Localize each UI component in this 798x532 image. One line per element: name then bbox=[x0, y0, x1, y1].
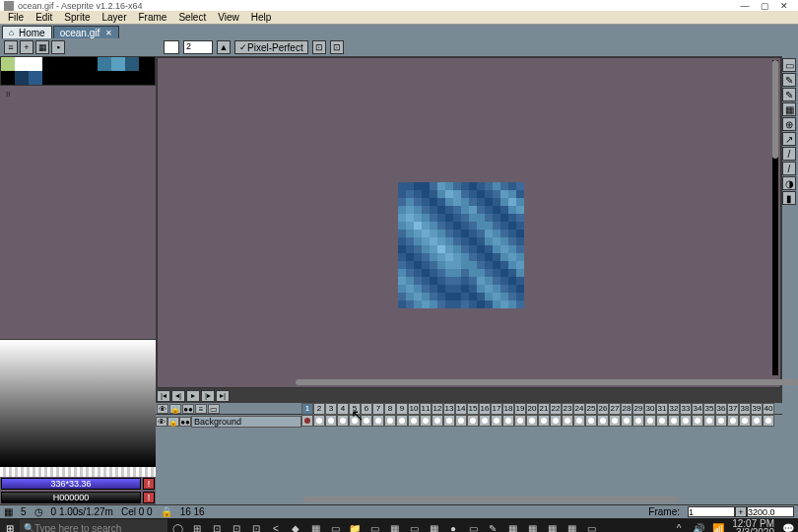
frame-number[interactable]: 5 bbox=[349, 403, 361, 415]
gradient-picker[interactable] bbox=[0, 339, 156, 467]
timeline-cel[interactable] bbox=[538, 415, 550, 427]
timeline-cel[interactable] bbox=[479, 415, 491, 427]
timeline-cel[interactable] bbox=[313, 415, 325, 427]
frame-number[interactable]: 16 bbox=[479, 403, 491, 415]
palette-swatch[interactable] bbox=[139, 71, 153, 85]
onion-skin-icon[interactable]: ▭ bbox=[208, 404, 220, 414]
frame-number[interactable]: 10 bbox=[408, 403, 420, 415]
palette-swatch[interactable] bbox=[84, 57, 98, 71]
timeline-cel[interactable] bbox=[621, 415, 632, 427]
timeline-cel[interactable] bbox=[396, 415, 408, 427]
frame-number[interactable]: 12 bbox=[432, 403, 443, 415]
frame-number[interactable]: 3 bbox=[325, 403, 337, 415]
frame-number[interactable]: 4 bbox=[337, 403, 349, 415]
menu-help[interactable]: Help bbox=[245, 12, 278, 23]
minimize-button[interactable]: — bbox=[735, 1, 755, 11]
palette-swatch[interactable] bbox=[15, 57, 29, 71]
vertical-scrollbar[interactable] bbox=[772, 60, 778, 375]
frame-number[interactable]: 7 bbox=[372, 403, 384, 415]
timeline-cel[interactable] bbox=[632, 415, 644, 427]
taskbar-app-0[interactable]: ◯ bbox=[167, 518, 187, 532]
timeline-cel[interactable] bbox=[739, 415, 751, 427]
frame-number[interactable]: 36 bbox=[715, 403, 727, 415]
timeline-cel[interactable] bbox=[443, 415, 455, 427]
maximize-button[interactable]: ▢ bbox=[755, 1, 774, 11]
palette-swatch[interactable] bbox=[15, 71, 29, 85]
frame-number[interactable]: 29 bbox=[632, 403, 644, 415]
palette-swatch[interactable] bbox=[125, 57, 139, 71]
taskbar-app-4[interactable]: ⊡ bbox=[246, 518, 266, 532]
timeline-cel[interactable] bbox=[301, 415, 313, 427]
symmetry-h-button[interactable]: ⊡ bbox=[312, 40, 326, 54]
pixel-perfect-toggle[interactable]: ✓ Pixel-Perfect bbox=[234, 40, 308, 54]
taskbar-app-5[interactable]: < bbox=[266, 518, 286, 532]
taskbar-app-16[interactable]: ✎ bbox=[483, 518, 502, 532]
palette-swatch[interactable] bbox=[111, 57, 125, 71]
timeline-cel[interactable] bbox=[597, 415, 609, 427]
frame-number[interactable]: 2 bbox=[313, 403, 325, 415]
tool-6[interactable]: / bbox=[782, 147, 796, 161]
frame-number[interactable]: 37 bbox=[727, 403, 739, 415]
tool-2[interactable]: ✎ bbox=[782, 88, 796, 101]
timeline-cel[interactable] bbox=[715, 415, 727, 427]
layer-name[interactable]: Background bbox=[191, 416, 301, 428]
taskbar-app-19[interactable]: ▦ bbox=[542, 518, 562, 532]
taskbar-app-1[interactable]: ⊞ bbox=[187, 518, 207, 532]
taskbar-app-9[interactable]: 📁 bbox=[345, 518, 365, 532]
taskbar-app-11[interactable]: ▦ bbox=[384, 518, 404, 532]
next-frame-button[interactable]: |▸ bbox=[201, 390, 215, 402]
frame-input[interactable] bbox=[688, 506, 735, 517]
taskbar-app-18[interactable]: ▦ bbox=[522, 518, 542, 532]
timeline-cel[interactable] bbox=[491, 415, 502, 427]
taskbar-app-3[interactable]: ⊡ bbox=[227, 518, 246, 532]
frame-number[interactable]: 9 bbox=[396, 403, 408, 415]
timeline-cel[interactable] bbox=[609, 415, 621, 427]
layer-continuous-toggle[interactable]: ●● bbox=[179, 417, 191, 427]
canvas[interactable] bbox=[157, 57, 781, 388]
timeline-cel[interactable] bbox=[432, 415, 443, 427]
taskbar-app-15[interactable]: ▭ bbox=[463, 518, 483, 532]
layer-visible-toggle[interactable]: 👁 bbox=[156, 417, 167, 427]
frame-number[interactable]: 32 bbox=[668, 403, 680, 415]
frame-number[interactable]: 30 bbox=[644, 403, 656, 415]
palette-swatch[interactable] bbox=[98, 71, 111, 85]
frame-number[interactable]: 19 bbox=[514, 403, 526, 415]
timeline-cel[interactable] bbox=[585, 415, 597, 427]
taskbar-clock[interactable]: 12:07 PM3/3/2020 bbox=[728, 519, 778, 532]
frame-number[interactable]: 34 bbox=[692, 403, 703, 415]
palette-swatch[interactable] bbox=[56, 57, 70, 71]
frame-number[interactable]: 27 bbox=[609, 403, 621, 415]
timeline-cel[interactable] bbox=[751, 415, 763, 427]
brush-size-input[interactable]: 2 bbox=[183, 40, 213, 54]
tool-3[interactable]: ▦ bbox=[782, 102, 796, 116]
taskbar-app-7[interactable]: ▦ bbox=[305, 518, 325, 532]
frame-number[interactable]: 25 bbox=[585, 403, 597, 415]
frame-number[interactable]: 17 bbox=[491, 403, 502, 415]
taskbar-app-13[interactable]: ▦ bbox=[424, 518, 443, 532]
close-button[interactable]: ✕ bbox=[774, 1, 794, 11]
visibility-column-icon[interactable]: 👁 bbox=[157, 404, 168, 414]
color-palette[interactable] bbox=[0, 56, 156, 86]
ink-button[interactable]: ▲ bbox=[217, 40, 231, 54]
notifications-icon[interactable]: 💬 bbox=[778, 518, 798, 532]
palette-view-grid-button[interactable]: ▦ bbox=[35, 40, 49, 54]
horizontal-scrollbar[interactable] bbox=[296, 379, 798, 385]
timeline-cel[interactable] bbox=[408, 415, 420, 427]
timeline-cel[interactable] bbox=[384, 415, 396, 427]
first-frame-button[interactable]: |◂ bbox=[157, 390, 170, 402]
play-button[interactable]: ▸ bbox=[186, 390, 200, 402]
zoom-input[interactable] bbox=[747, 506, 794, 517]
frame-number[interactable]: 11 bbox=[420, 403, 432, 415]
frame-number[interactable]: 6 bbox=[361, 403, 372, 415]
frame-number[interactable]: 24 bbox=[573, 403, 585, 415]
menu-view[interactable]: View bbox=[212, 12, 245, 23]
layer-lock-toggle[interactable]: 🔒 bbox=[167, 417, 179, 427]
palette-add-button[interactable]: + bbox=[20, 40, 33, 54]
continuous-column-icon[interactable]: ●● bbox=[182, 404, 194, 414]
warn-icon[interactable]: ! bbox=[143, 478, 155, 490]
timeline-cel[interactable] bbox=[668, 415, 680, 427]
frame-number[interactable]: 20 bbox=[526, 403, 538, 415]
timeline-cel[interactable] bbox=[514, 415, 526, 427]
frame-number[interactable]: 23 bbox=[562, 403, 573, 415]
frame-number[interactable]: 14 bbox=[455, 403, 467, 415]
